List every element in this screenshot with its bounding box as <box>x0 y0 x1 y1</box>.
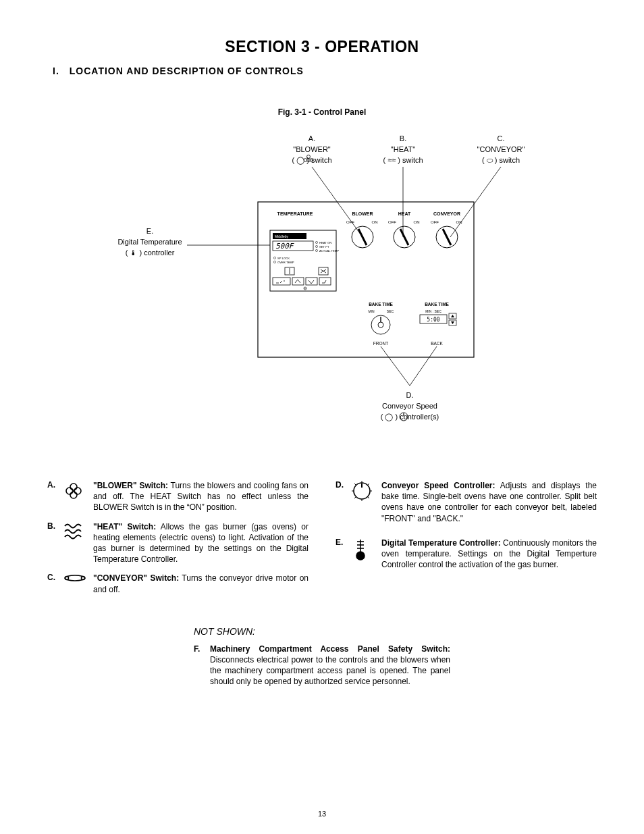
svg-point-46 <box>66 488 73 494</box>
panel-heat-label: HEAT <box>398 211 411 216</box>
lock-over: OVER TEMP <box>277 261 294 264</box>
callout-e-suffix: ( 🌡 ) controller <box>126 249 175 257</box>
callout-b-letter: B. <box>400 134 406 142</box>
bake-time-right-label: BAKE TIME <box>425 302 449 307</box>
svg-point-21 <box>273 257 275 259</box>
legend-b-letter: B. <box>47 521 63 531</box>
svg-line-58 <box>368 484 369 485</box>
led-heat-on: HEAT ON <box>319 241 331 244</box>
svg-line-57 <box>354 484 356 485</box>
callout-e-name: Digital Temperature <box>117 238 182 246</box>
legend-item-b: B. "HEAT" Switch: Allows the gas burner … <box>47 521 308 565</box>
minsec-label: MIN : SEC <box>425 309 441 313</box>
callout-a-letter: A. <box>308 134 315 142</box>
led-set-pt: SET PT <box>319 245 329 249</box>
svg-rect-30 <box>306 278 317 285</box>
dial-icon <box>352 480 381 503</box>
svg-point-18 <box>315 241 317 243</box>
panel-conveyor-label: CONVEYOR <box>433 211 460 216</box>
section-title: SECTION 3 - OPERATION <box>0 38 644 56</box>
legend-c-letter: C. <box>47 573 63 582</box>
front-label: FRONT <box>373 341 388 346</box>
blower-icon <box>63 480 93 503</box>
conveyor-icon <box>63 573 93 585</box>
sec-label: SEC <box>387 309 394 313</box>
not-shown-title: NOT SHOWN: <box>194 626 450 637</box>
led-actual: ACTUAL TEMP <box>319 249 339 253</box>
bake-display: 5:00 <box>427 317 439 323</box>
figure-caption: Fig. 3-1 - Control Panel <box>0 107 644 117</box>
brand-label: Middleby <box>275 234 289 238</box>
switch-dials <box>352 226 458 248</box>
callout-d-letter: D. <box>406 391 414 399</box>
bake-time-left-label: BAKE TIME <box>369 302 393 307</box>
legend-columns: A. "BLOWER" Switch: Turns the blowers an… <box>47 480 597 603</box>
svg-line-12 <box>400 229 408 245</box>
svg-point-62 <box>356 552 365 560</box>
legend-item-e: E. Digital Temperature Controller: Conti… <box>336 538 597 571</box>
legend-f-bold: Machinery Compartment Access Panel Safet… <box>210 644 450 654</box>
svg-rect-29 <box>292 278 304 285</box>
svg-line-41 <box>410 346 437 386</box>
svg-point-20 <box>315 249 317 251</box>
svg-point-22 <box>273 261 275 263</box>
legend-d-letter: D. <box>336 480 352 490</box>
back-label: BACK <box>431 341 443 346</box>
svg-rect-31 <box>319 278 331 285</box>
legend-item-c: C. "CONVEYOR" Switch: Turns the conveyor… <box>47 573 308 594</box>
callout-c-name: "CONVEYOR" <box>477 145 525 153</box>
callout-b-name: "HEAT" <box>391 145 415 153</box>
control-panel-diagram: A. "BLOWER" ( ◯ ) switch B. "HEAT" ( ≈≈ … <box>79 129 565 440</box>
svg-point-50 <box>82 577 85 580</box>
sub-heading: I. LOCATION AND DESCRIPTION OF CONTROLS <box>53 66 644 76</box>
legend-item-a: A. "BLOWER" Switch: Turns the blowers an… <box>47 480 308 513</box>
callout-c-suffix: ( ⬭ ) switch <box>482 156 520 164</box>
callout-b-suffix: ( ≈≈ ) switch <box>383 156 423 164</box>
panel-blower-label: BLOWER <box>352 211 373 216</box>
lock-sp: SP LOCK <box>277 257 290 260</box>
thermometer-icon <box>352 538 381 563</box>
svg-point-44 <box>70 484 77 490</box>
legend-item-d: D. Conveyor Speed Controller: Adjusts an… <box>336 480 597 524</box>
callout-e-letter: E. <box>146 227 153 235</box>
legend-e-text: Digital Temperature Controller: Continuo… <box>381 538 597 571</box>
svg-point-45 <box>70 492 77 498</box>
svg-line-10 <box>358 229 367 245</box>
legend-d-text: Conveyor Speed Controller: Adjusts and d… <box>381 480 597 524</box>
legend-f-text: Disconnects electrical power to the cont… <box>210 655 450 686</box>
legend-b-text: "HEAT" Switch: Allows the gas burner (ga… <box>93 521 308 565</box>
svg-point-19 <box>315 245 317 247</box>
legend-e-letter: E. <box>336 538 352 547</box>
svg-point-35 <box>378 322 383 328</box>
callout-d-name: Conveyor Speed <box>382 402 437 410</box>
legend-c-text: "CONVEYOR" Switch: Turns the conveyor dr… <box>93 573 308 594</box>
legend-a-letter: A. <box>47 480 63 490</box>
temp-display: 500F <box>275 242 294 251</box>
svg-line-14 <box>443 229 451 245</box>
heat-icon <box>63 521 93 542</box>
on-label: ON <box>456 220 462 224</box>
callout-d-suffix: ( ◯ ) controller(s) <box>381 413 439 421</box>
off-label: OFF <box>346 220 354 224</box>
callout-c-letter: C. <box>498 134 505 142</box>
off-label: OFF <box>431 220 439 224</box>
on-label: ON <box>414 220 420 224</box>
min-label: MIN <box>368 309 375 313</box>
panel-temp-label: TEMPERATURE <box>277 211 313 216</box>
svg-point-49 <box>65 577 69 580</box>
on-label: ON <box>372 220 378 224</box>
callout-a-suffix: ( ◯ ) switch <box>292 156 331 165</box>
legend-f-letter: F. <box>194 644 210 687</box>
not-shown-item-f: F. Machinery Compartment Access Panel Sa… <box>194 644 450 687</box>
off-label: OFF <box>388 220 396 224</box>
svg-line-40 <box>381 346 410 386</box>
page-number: 13 <box>0 810 644 818</box>
callout-a-name: "BLOWER" <box>293 145 331 153</box>
not-shown-block: NOT SHOWN: F. Machinery Compartment Acce… <box>194 626 450 687</box>
svg-point-47 <box>74 488 81 494</box>
legend-a-text: "BLOWER" Switch: Turns the blowers and c… <box>93 480 308 513</box>
svg-line-59 <box>354 497 356 498</box>
svg-line-60 <box>368 497 369 498</box>
